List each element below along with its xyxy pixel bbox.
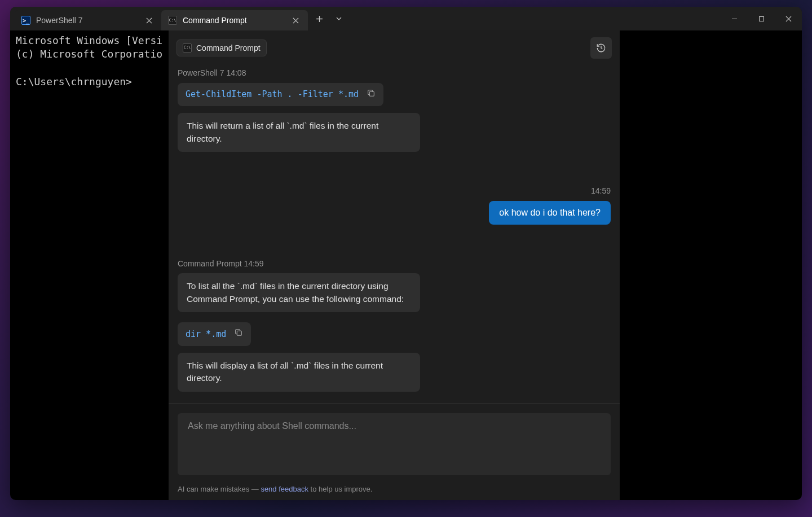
tab-title: PowerShell 7 [36, 16, 138, 25]
code-block: Get-ChildItem -Path . -Filter *.md [178, 83, 383, 106]
message-meta: Command Prompt 14:59 [178, 258, 611, 269]
ai-disclaimer: AI can make mistakes — send feedback to … [178, 484, 611, 494]
maximize-button[interactable] [748, 7, 775, 30]
message-time: 14:59 [178, 186, 611, 196]
new-tab-button[interactable] [308, 7, 330, 30]
assistant-message: This will return a list of all `.md` fil… [178, 113, 420, 152]
terminal-window: >_ PowerShell 7 C:\ Command Prompt [10, 7, 802, 500]
feedback-link[interactable]: send feedback [261, 485, 308, 493]
user-message: ok how do i do that here? [489, 201, 611, 225]
close-icon[interactable] [143, 15, 155, 26]
cmd-icon: C:\ [183, 43, 192, 52]
svg-rect-0 [759, 16, 764, 21]
history-button[interactable] [590, 37, 612, 59]
code-text: dir *.md [186, 328, 226, 340]
chat-input-area: AI can make mistakes — send feedback to … [169, 404, 620, 500]
chat-message-list[interactable]: PowerShell 7 14:08 Get-ChildItem -Path .… [169, 65, 620, 404]
titlebar: >_ PowerShell 7 C:\ Command Prompt [10, 7, 802, 30]
code-block: dir *.md [178, 322, 251, 345]
assistant-message: This will display a list of all `.md` fi… [178, 353, 420, 392]
powershell-icon: >_ [21, 16, 30, 25]
copy-icon[interactable] [367, 89, 376, 100]
assistant-message: To list all the `.md` files in the curre… [178, 273, 420, 312]
svg-rect-2 [237, 331, 242, 336]
chat-input[interactable] [178, 413, 611, 475]
close-button[interactable] [775, 7, 802, 30]
tab-title: Command Prompt [183, 16, 284, 25]
tab-dropdown-button[interactable] [330, 7, 347, 30]
chat-header: C:\ Command Prompt [169, 30, 620, 65]
tabs-area: >_ PowerShell 7 C:\ Command Prompt [10, 7, 721, 30]
cmd-icon: C:\ [168, 16, 177, 25]
context-label: Command Prompt [196, 43, 261, 54]
message-meta: PowerShell 7 14:08 [178, 68, 611, 78]
close-icon[interactable] [290, 15, 301, 26]
copy-icon[interactable] [234, 328, 243, 340]
svg-rect-1 [369, 91, 374, 96]
code-text: Get-ChildItem -Path . -Filter *.md [186, 89, 359, 100]
terminal-body[interactable]: Microsoft Windows [Versi (c) Microsoft C… [10, 30, 802, 500]
tab-command-prompt[interactable]: C:\ Command Prompt [161, 10, 308, 30]
window-controls [721, 7, 802, 30]
tab-powershell[interactable]: >_ PowerShell 7 [15, 10, 161, 30]
chat-context-badge[interactable]: C:\ Command Prompt [176, 40, 267, 57]
tab-actions [308, 7, 347, 30]
minimize-button[interactable] [721, 7, 748, 30]
chat-panel: C:\ Command Prompt PowerShell 7 14:08 Ge… [169, 30, 620, 500]
